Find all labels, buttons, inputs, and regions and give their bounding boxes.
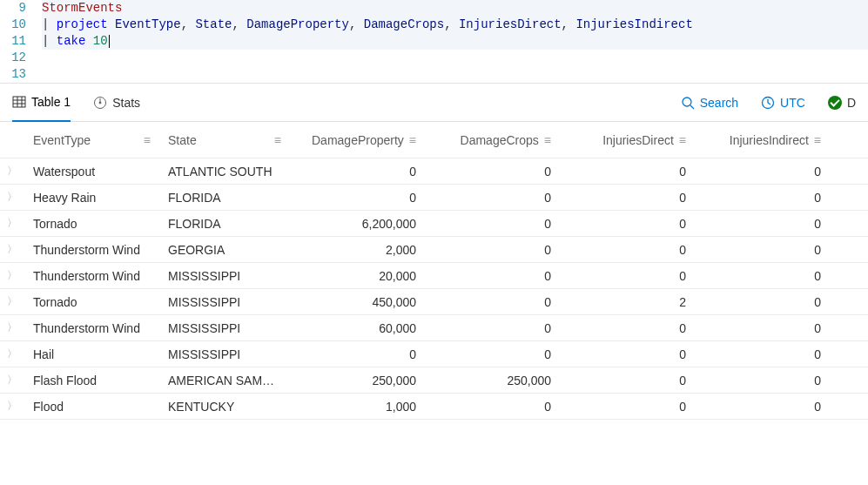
token-column: DamageProperty [246, 17, 349, 31]
cell-damageproperty: 450,000 [290, 295, 425, 309]
chevron-right-icon[interactable]: 〉 [7, 216, 17, 231]
table-row[interactable]: 〉Thunderstorm WindMISSISSIPPI60,000000 [0, 315, 868, 341]
tab-label: Table 1 [31, 95, 71, 109]
cell-damageproperty: 60,000 [290, 321, 425, 335]
cell-state: ATLANTIC SOUTH [159, 165, 290, 179]
cell-injuriesdirect: 0 [560, 321, 695, 335]
column-menu-icon[interactable]: ≡ [544, 134, 551, 146]
column-menu-icon[interactable]: ≡ [679, 134, 686, 146]
chevron-right-icon[interactable]: 〉 [7, 294, 17, 309]
code-line[interactable]: 11 | take 10 [0, 33, 868, 50]
col-header-injuriesindirect[interactable]: InjuriesIndirect ≡ [695, 133, 830, 147]
cell-injuriesindirect: 0 [695, 374, 830, 387]
table-row[interactable]: 〉WaterspoutATLANTIC SOUTH0000 [0, 158, 868, 185]
cell-state: MISSISSIPPI [159, 321, 290, 335]
cell-damagecrops: 0 [425, 321, 560, 335]
col-header-state[interactable]: State ≡ [159, 133, 290, 147]
table-row[interactable]: 〉Heavy RainFLORIDA0000 [0, 185, 868, 211]
tab-table[interactable]: Table 1 [12, 84, 71, 122]
code-line[interactable]: 12 [0, 50, 868, 66]
search-button[interactable]: Search [681, 96, 738, 110]
cell-injuriesdirect: 0 [560, 243, 695, 257]
svg-rect-0 [13, 97, 25, 107]
chevron-right-icon[interactable]: 〉 [7, 190, 17, 205]
grid-body: 〉WaterspoutATLANTIC SOUTH0000〉Heavy Rain… [0, 158, 868, 420]
cell-injuriesindirect: 0 [695, 400, 830, 414]
col-header-damagecrops[interactable]: DamageCrops ≡ [425, 133, 560, 147]
cell-injuriesindirect: 0 [695, 269, 830, 283]
cell-injuriesdirect: 0 [560, 165, 695, 179]
line-number: 11 [0, 33, 42, 50]
query-editor[interactable]: 9 StormEvents 10 | project EventType, St… [0, 0, 868, 84]
token-column: DamageCrops [364, 17, 444, 31]
text-cursor [109, 35, 110, 48]
cell-damagecrops: 0 [425, 165, 560, 179]
timezone-button[interactable]: UTC [761, 96, 805, 110]
table-row[interactable]: 〉HailMISSISSIPPI0000 [0, 341, 868, 367]
chevron-right-icon[interactable]: 〉 [7, 399, 17, 414]
table-row[interactable]: 〉Flash FloodAMERICAN SAM…250,000250,0000… [0, 367, 868, 394]
tab-stats[interactable]: Stats [93, 84, 140, 121]
code-line[interactable]: 13 [0, 66, 868, 83]
cell-damageproperty: 1,000 [290, 400, 425, 414]
chevron-right-icon[interactable]: 〉 [7, 320, 17, 335]
cell-state: MISSISSIPPI [159, 295, 290, 309]
line-number: 9 [0, 0, 42, 17]
token-column: InjuriesIndirect [575, 17, 692, 31]
cell-damageproperty: 250,000 [290, 374, 425, 387]
token-number: 10 [93, 34, 108, 48]
cell-damagecrops: 0 [425, 269, 560, 283]
token-pipe: | [42, 17, 49, 31]
cell-damageproperty: 20,000 [290, 269, 425, 283]
token-column: State [195, 17, 232, 31]
cell-injuriesdirect: 0 [560, 400, 695, 414]
cell-injuriesindirect: 0 [695, 347, 830, 361]
line-number: 10 [0, 17, 42, 33]
cell-injuriesdirect: 0 [560, 269, 695, 283]
svg-point-8 [683, 98, 691, 106]
token-operator: take [57, 34, 86, 48]
cell-state: AMERICAN SAM… [159, 374, 290, 387]
cell-damageproperty: 0 [290, 165, 425, 179]
cell-eventtype: Thunderstorm Wind [24, 243, 159, 257]
grid-header: EventType ≡ State ≡ DamageProperty ≡ Dam… [0, 122, 868, 158]
col-header-injuriesdirect[interactable]: InjuriesDirect ≡ [560, 133, 695, 147]
cell-damagecrops: 0 [425, 191, 560, 205]
column-menu-icon[interactable]: ≡ [409, 134, 416, 146]
cell-state: MISSISSIPPI [159, 347, 290, 361]
token-column: InjuriesDirect [459, 17, 562, 31]
cell-injuriesdirect: 0 [560, 217, 695, 231]
col-header-eventtype[interactable]: EventType ≡ [24, 133, 159, 147]
cell-damagecrops: 250,000 [425, 374, 560, 387]
chevron-right-icon[interactable]: 〉 [7, 268, 17, 283]
column-menu-icon[interactable]: ≡ [814, 134, 821, 146]
cell-state: FLORIDA [159, 217, 290, 231]
table-row[interactable]: 〉Thunderstorm WindMISSISSIPPI20,000000 [0, 263, 868, 289]
column-menu-icon[interactable]: ≡ [274, 134, 281, 146]
table-row[interactable]: 〉TornadoMISSISSIPPI450,000020 [0, 289, 868, 315]
table-row[interactable]: 〉FloodKENTUCKY1,000000 [0, 394, 868, 420]
table-row[interactable]: 〉Thunderstorm WindGEORGIA2,000000 [0, 237, 868, 263]
code-line[interactable]: 10 | project EventType, State, DamagePro… [0, 17, 868, 33]
cell-damagecrops: 0 [425, 295, 560, 309]
results-toolbar: Table 1 Stats Search UTC D [0, 84, 868, 122]
cell-injuriesindirect: 0 [695, 165, 830, 179]
check-circle-icon [828, 96, 842, 110]
chevron-right-icon[interactable]: 〉 [7, 242, 17, 257]
table-row[interactable]: 〉TornadoFLORIDA6,200,000000 [0, 211, 868, 237]
cell-damagecrops: 0 [425, 347, 560, 361]
chevron-right-icon[interactable]: 〉 [7, 347, 17, 361]
chevron-right-icon[interactable]: 〉 [7, 373, 17, 387]
table-icon [12, 95, 26, 109]
cell-state: FLORIDA [159, 191, 290, 205]
cell-injuriesindirect: 0 [695, 191, 830, 205]
chevron-right-icon[interactable]: 〉 [7, 164, 17, 179]
clock-icon [761, 96, 775, 110]
search-icon [681, 96, 695, 110]
line-number: 13 [0, 66, 42, 83]
search-label: Search [700, 96, 738, 110]
code-line[interactable]: 9 StormEvents [0, 0, 868, 17]
col-header-damageproperty[interactable]: DamageProperty ≡ [290, 133, 425, 147]
column-menu-icon[interactable]: ≡ [144, 134, 151, 146]
cell-damagecrops: 0 [425, 400, 560, 414]
